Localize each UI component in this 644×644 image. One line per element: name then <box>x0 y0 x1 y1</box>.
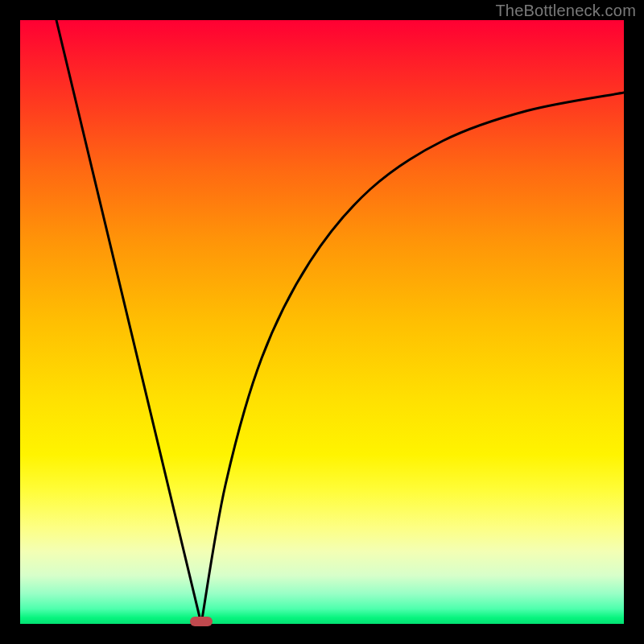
chart-frame: TheBottleneck.com <box>0 0 644 644</box>
optimum-marker <box>190 617 213 626</box>
curve-right-segment <box>201 93 624 624</box>
chart-plot-area <box>20 20 624 624</box>
curve-left-segment <box>56 20 201 624</box>
bottleneck-curve <box>20 20 624 624</box>
watermark-text: TheBottleneck.com <box>495 2 636 20</box>
